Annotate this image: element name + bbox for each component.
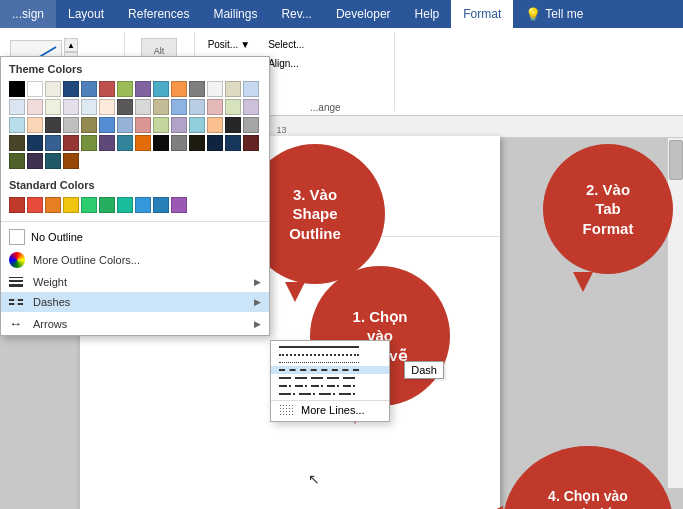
dash-dash-item[interactable]: Dash — [271, 366, 389, 374]
theme-color-cell[interactable] — [153, 117, 169, 133]
weight-icon — [9, 277, 25, 287]
theme-color-cell[interactable] — [135, 81, 151, 97]
theme-color-cell[interactable] — [117, 81, 133, 97]
dashes-icon — [9, 299, 25, 305]
theme-color-cell[interactable] — [243, 135, 259, 151]
theme-color-cell[interactable] — [27, 99, 43, 115]
theme-color-cell[interactable] — [135, 99, 151, 115]
theme-color-cell[interactable] — [171, 81, 187, 97]
standard-color-cell[interactable] — [135, 197, 151, 213]
theme-color-cell[interactable] — [207, 135, 223, 151]
dash-square-dots-item[interactable] — [271, 359, 389, 366]
more-lines-btn[interactable]: More Lines... — [271, 400, 389, 419]
position-btn[interactable]: Posit... ▼ — [201, 36, 257, 53]
theme-color-cell[interactable] — [243, 81, 259, 97]
standard-color-cell[interactable] — [9, 197, 25, 213]
theme-color-cell[interactable] — [81, 99, 97, 115]
tab-mailings[interactable]: Mailings — [201, 0, 269, 28]
theme-color-cell[interactable] — [189, 99, 205, 115]
chevron-down-icon-3: ▼ — [240, 39, 250, 50]
theme-color-cell[interactable] — [9, 117, 25, 133]
theme-color-cell[interactable] — [27, 81, 43, 97]
theme-color-cell[interactable] — [171, 99, 187, 115]
tab-review[interactable]: Rev... — [269, 0, 323, 28]
standard-color-cell[interactable] — [63, 197, 79, 213]
theme-color-cell[interactable] — [9, 153, 25, 169]
theme-color-cell[interactable] — [171, 135, 187, 151]
theme-color-cell[interactable] — [225, 117, 241, 133]
standard-color-cell[interactable] — [99, 197, 115, 213]
dashes-btn[interactable]: Dashes — [1, 292, 269, 312]
dash-long-dash-dot-item[interactable] — [271, 390, 389, 398]
theme-color-cell[interactable] — [9, 99, 25, 115]
theme-color-cell[interactable] — [189, 81, 205, 97]
standard-color-cell[interactable] — [81, 197, 97, 213]
no-outline-btn[interactable]: No Outline — [1, 226, 269, 248]
theme-color-cell[interactable] — [63, 99, 79, 115]
theme-color-cell[interactable] — [27, 135, 43, 151]
theme-color-cell[interactable] — [81, 135, 97, 151]
theme-color-cell[interactable] — [99, 135, 115, 151]
dash-dash-dot-item[interactable] — [271, 382, 389, 390]
tab-developer[interactable]: Developer — [324, 0, 403, 28]
theme-color-cell[interactable] — [189, 135, 205, 151]
theme-color-cell[interactable] — [207, 81, 223, 97]
theme-color-cell[interactable] — [45, 99, 61, 115]
theme-color-cell[interactable] — [243, 99, 259, 115]
standard-color-cell[interactable] — [45, 197, 61, 213]
theme-color-cell[interactable] — [45, 135, 61, 151]
theme-color-cell[interactable] — [99, 99, 115, 115]
tab-tellme[interactable]: 💡 Tell me — [513, 0, 595, 28]
theme-color-cell[interactable] — [45, 153, 61, 169]
selection-btn[interactable]: Select... — [261, 36, 311, 53]
theme-color-cell[interactable] — [27, 117, 43, 133]
standard-color-cell[interactable] — [171, 197, 187, 213]
theme-color-cell[interactable] — [63, 135, 79, 151]
weight-btn[interactable]: Weight — [1, 272, 269, 292]
theme-color-cell[interactable] — [189, 117, 205, 133]
theme-color-cell[interactable] — [99, 117, 115, 133]
theme-color-cell[interactable] — [135, 117, 151, 133]
theme-color-cell[interactable] — [135, 135, 151, 151]
arrows-icon: ↔ — [9, 316, 25, 331]
dash-round-dots-item[interactable] — [271, 351, 389, 359]
theme-color-cell[interactable] — [9, 81, 25, 97]
theme-color-cell[interactable] — [45, 117, 61, 133]
standard-color-cell[interactable] — [117, 197, 133, 213]
theme-color-cell[interactable] — [153, 81, 169, 97]
theme-color-cell[interactable] — [225, 99, 241, 115]
theme-color-cell[interactable] — [207, 117, 223, 133]
theme-color-cell[interactable] — [81, 81, 97, 97]
scroll-up-btn[interactable]: ▲ — [64, 38, 78, 52]
theme-color-cell[interactable] — [117, 135, 133, 151]
theme-color-cell[interactable] — [63, 117, 79, 133]
scrollbar-thumb[interactable] — [669, 140, 683, 180]
theme-color-cell[interactable] — [225, 135, 241, 151]
tab-help[interactable]: Help — [403, 0, 452, 28]
tab-layout[interactable]: Layout — [56, 0, 116, 28]
theme-color-cell[interactable] — [63, 81, 79, 97]
theme-color-cell[interactable] — [153, 99, 169, 115]
theme-color-cell[interactable] — [207, 99, 223, 115]
tab-design[interactable]: ...sign — [0, 0, 56, 28]
tab-references[interactable]: References — [116, 0, 201, 28]
theme-color-cell[interactable] — [153, 135, 169, 151]
dash-solid-item[interactable] — [271, 343, 389, 351]
dash-long-dash-item[interactable] — [271, 374, 389, 382]
theme-color-cell[interactable] — [171, 117, 187, 133]
theme-color-cell[interactable] — [117, 117, 133, 133]
theme-color-cell[interactable] — [81, 117, 97, 133]
theme-color-cell[interactable] — [99, 81, 115, 97]
standard-color-cell[interactable] — [153, 197, 169, 213]
tab-format[interactable]: Format — [451, 0, 513, 28]
theme-color-cell[interactable] — [63, 153, 79, 169]
standard-color-cell[interactable] — [27, 197, 43, 213]
theme-color-cell[interactable] — [117, 99, 133, 115]
arrows-btn[interactable]: ↔ Arrows — [1, 312, 269, 335]
theme-color-cell[interactable] — [243, 117, 259, 133]
theme-color-cell[interactable] — [9, 135, 25, 151]
theme-color-cell[interactable] — [45, 81, 61, 97]
more-outline-colors-btn[interactable]: More Outline Colors... — [1, 248, 269, 272]
theme-color-cell[interactable] — [27, 153, 43, 169]
theme-color-cell[interactable] — [225, 81, 241, 97]
